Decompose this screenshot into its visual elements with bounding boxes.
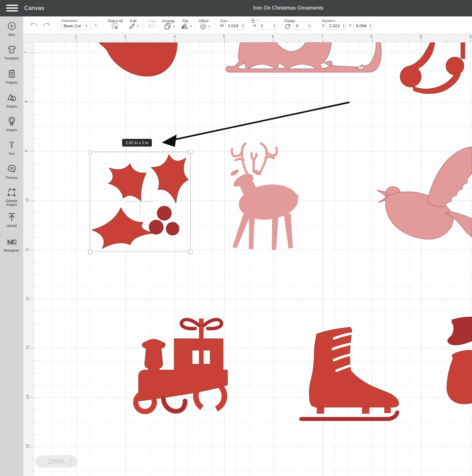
templates-icon bbox=[7, 45, 16, 54]
canvas-menu-label[interactable]: Canvas bbox=[24, 5, 44, 11]
width-axis-label: W bbox=[220, 24, 224, 28]
height-axis-label: H bbox=[253, 24, 256, 28]
edit-caret-icon[interactable]: ▼ bbox=[137, 25, 139, 28]
canvas-shape-ornament-fragment[interactable] bbox=[99, 43, 177, 76]
arrange-label: Arrange bbox=[162, 19, 175, 23]
selection-handle-top-right[interactable] bbox=[188, 150, 192, 154]
width-stepper[interactable]: ▲▼ bbox=[242, 24, 244, 28]
canvas-shape-sleigh[interactable] bbox=[226, 42, 382, 72]
chevron-down-icon: ▼ bbox=[85, 24, 88, 27]
edit-pencil-icon[interactable] bbox=[129, 23, 135, 30]
offset-icon[interactable] bbox=[199, 23, 207, 30]
sidebar-item-templates[interactable]: Templates bbox=[0, 45, 23, 60]
height-stepper[interactable]: ▲▼ bbox=[274, 24, 276, 28]
sidebar-item-projects[interactable]: Projects bbox=[0, 69, 23, 84]
redo-icon[interactable] bbox=[43, 22, 50, 28]
divider bbox=[215, 19, 215, 31]
size-tooltip: 2.02 in x 2 in bbox=[122, 139, 152, 147]
arrange-icon[interactable] bbox=[164, 23, 171, 30]
position-x-input[interactable]: 2.323 ▲▼ bbox=[326, 22, 346, 30]
zoom-in-button[interactable]: + bbox=[67, 458, 75, 465]
canvas-shape-reindeer[interactable] bbox=[230, 143, 300, 250]
sidebar-item-shapes[interactable]: Shapes bbox=[0, 93, 23, 108]
sidebar-item-text[interactable]: T Text bbox=[0, 140, 23, 156]
zoom-control: − 200% + bbox=[35, 455, 78, 468]
zoom-out-button[interactable]: − bbox=[38, 458, 46, 465]
position-x-label: X bbox=[322, 24, 324, 28]
canvas-shape-ice-skate[interactable] bbox=[301, 327, 399, 419]
canvas-shape-mitten-fragment[interactable] bbox=[447, 317, 472, 404]
align-label: Align bbox=[148, 19, 156, 23]
hamburger-menu-icon[interactable] bbox=[6, 5, 18, 12]
operation-select[interactable]: Basic Cut ▼ bbox=[61, 22, 90, 30]
selection-handle-bottom-right[interactable] bbox=[188, 250, 192, 254]
divider bbox=[284, 19, 284, 31]
train-wheel-middle bbox=[163, 399, 185, 411]
phrases-icon bbox=[7, 164, 16, 174]
monogram-icon: MG bbox=[7, 237, 16, 246]
svg-text:MG: MG bbox=[7, 238, 16, 246]
arrange-caret-icon[interactable]: ▼ bbox=[173, 25, 175, 28]
rotate-icon[interactable] bbox=[285, 23, 291, 30]
flip-caret-icon[interactable]: ▼ bbox=[190, 25, 192, 28]
projects-icon bbox=[7, 69, 16, 78]
skate-blade bbox=[301, 412, 397, 419]
canvas-shapes bbox=[34, 42, 472, 476]
offset-caret-icon[interactable]: ▼ bbox=[208, 25, 211, 28]
operation-help-button[interactable]: ? bbox=[92, 22, 99, 29]
sidebar-item-upload[interactable]: Upload bbox=[0, 212, 23, 227]
images-icon bbox=[7, 117, 16, 126]
lock-icon bbox=[251, 18, 255, 23]
ruler-corner bbox=[23, 33, 34, 42]
divider bbox=[57, 19, 58, 31]
canvas-shape-train-with-gift[interactable] bbox=[132, 319, 230, 416]
undo-icon[interactable] bbox=[30, 22, 37, 28]
flip-icon[interactable] bbox=[181, 23, 188, 30]
vertical-ruler: 7 8 9 10 11 12 13 14 15 bbox=[23, 42, 34, 476]
reindeer-antlers bbox=[232, 143, 277, 174]
annotation-arrow bbox=[162, 102, 350, 147]
size-lock[interactable] bbox=[247, 18, 259, 23]
editable-images-icon bbox=[7, 187, 16, 197]
sidebar-item-editable-images[interactable]: Editable Images bbox=[0, 187, 23, 206]
zoom-level: 200% bbox=[48, 458, 65, 465]
edit-toolbar: Operation Basic Cut ▼ ? Select All Edit … bbox=[23, 16, 472, 33]
divider bbox=[143, 19, 143, 31]
divider bbox=[103, 19, 104, 31]
top-bar: Canvas Iron On Christmas Ornaments bbox=[0, 0, 472, 16]
flip-label: Flip bbox=[182, 19, 188, 23]
rotate-stepper[interactable]: ▲▼ bbox=[308, 24, 310, 28]
align-icon bbox=[148, 24, 155, 29]
divider bbox=[195, 19, 195, 31]
selection-handle-bottom-left[interactable] bbox=[88, 250, 92, 254]
select-all-label: Select All bbox=[108, 19, 123, 23]
design-canvas[interactable]: 2.02 in x 2 in − 200% + bbox=[34, 42, 472, 476]
sidebar-item-images[interactable]: Images bbox=[0, 117, 23, 132]
sidebar-item-monogram[interactable]: MG Monogram bbox=[0, 237, 23, 252]
skate-lugs bbox=[317, 407, 391, 414]
sidebar-item-new[interactable]: New bbox=[0, 21, 23, 37]
rotate-input[interactable]: 0 ▲▼ bbox=[293, 22, 312, 30]
position-y-stepper[interactable]: ▲▼ bbox=[370, 24, 372, 28]
edit-label: Edit bbox=[130, 19, 137, 23]
height-input[interactable]: 2 ▲▼ bbox=[258, 22, 277, 30]
selection-bounding-box[interactable] bbox=[90, 152, 191, 252]
offset-label: Offset bbox=[199, 19, 209, 23]
new-icon bbox=[7, 21, 16, 31]
divider bbox=[317, 19, 317, 31]
project-title: Iron On Christmas Ornaments bbox=[253, 5, 324, 11]
select-all-icon[interactable] bbox=[112, 23, 118, 30]
left-sidebar: New Templates Projects Shapes Images bbox=[0, 16, 23, 476]
width-input[interactable]: 2.019 ▲▼ bbox=[225, 22, 245, 30]
selection-handle-top-left[interactable] bbox=[88, 150, 92, 154]
svg-text:T: T bbox=[9, 140, 14, 149]
sidebar-item-phrases[interactable]: Phrases bbox=[0, 164, 23, 179]
upload-icon bbox=[7, 212, 16, 222]
canvas-shape-dove[interactable] bbox=[377, 147, 472, 239]
canvas-shape-scalloped-ornament[interactable] bbox=[400, 42, 465, 94]
position-x-stepper[interactable]: ▲▼ bbox=[343, 24, 345, 28]
horizontal-ruler: 2 3 4 5 6 7 8 9 10 bbox=[34, 33, 472, 42]
text-icon: T bbox=[7, 140, 16, 150]
position-y-label: Y bbox=[349, 24, 351, 28]
position-y-input[interactable]: 9.056 ▲▼ bbox=[353, 22, 373, 30]
